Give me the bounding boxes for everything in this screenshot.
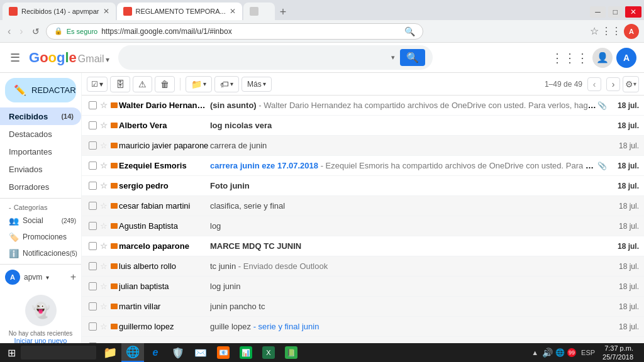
row-star[interactable]: ☆ (98, 282, 109, 291)
table-row[interactable]: ☆ Agustin Baptista log 18 jul. (82, 216, 644, 236)
taskbar-app-chrome[interactable]: 🌐 (121, 343, 144, 362)
row-checkbox[interactable] (87, 182, 98, 190)
search-button[interactable]: 🔍 (400, 49, 425, 66)
win-min-btn[interactable]: ─ (590, 6, 606, 18)
row-checkbox[interactable] (87, 141, 98, 150)
sidebar-item-drafts[interactable]: Borradores (0, 178, 81, 195)
taskbar-app-mail[interactable]: ✉️ (189, 343, 212, 362)
tab-active-close-icon[interactable]: ✕ (230, 7, 236, 16)
table-row[interactable]: ☆ mauricio javier paparone carrera de ju… (82, 136, 644, 156)
tab-active[interactable]: REGLAMENTO TEMPORA... ✕ (117, 3, 242, 20)
search-dropdown-icon[interactable]: ▾ (391, 53, 395, 62)
systray-up-arrow[interactable]: ▲ (530, 349, 540, 356)
user-account-avatar[interactable]: A (616, 48, 636, 68)
taskbar-app-green1[interactable]: 📊 (235, 343, 257, 362)
sidebar-item-promotions[interactable]: 🏷️ Promociones (0, 229, 81, 245)
row-checkbox[interactable] (87, 121, 98, 129)
row-checkbox[interactable] (87, 302, 98, 310)
settings-btn[interactable]: ⚙ ▾ (623, 76, 639, 92)
more-label: Más (247, 80, 262, 89)
systray-clock[interactable]: 7:37 p.m. 25/7/2018 (600, 344, 636, 362)
archive-btn[interactable]: 🗄 (110, 76, 130, 92)
row-star[interactable]: ☆ (98, 121, 109, 130)
table-row[interactable]: ☆ marcelo paparone MARCE MDQ TC JUNIN 18… (82, 236, 644, 256)
sidebar-item-notifications[interactable]: ℹ️ Notificaciones (5) (0, 245, 81, 261)
row-checkbox[interactable] (87, 101, 98, 109)
taskbar-search-input[interactable] (21, 346, 96, 359)
row-star[interactable]: ☆ (98, 101, 109, 110)
reload-btn[interactable]: ↺ (30, 25, 42, 38)
table-row[interactable]: ☆ guillermo lopez guille lopez - serie y… (82, 317, 644, 337)
taskbar-app-green3[interactable]: 📗 (280, 343, 303, 362)
row-star[interactable]: ☆ (98, 161, 109, 170)
sidebar-item-important[interactable]: Importantes (0, 143, 81, 160)
taskbar-app-ie[interactable]: e (144, 343, 167, 362)
address-input-container[interactable]: 🔒 Es seguro https://mail.google.com/mail… (46, 23, 423, 40)
categories-section-header[interactable]: - Categorías (0, 201, 81, 212)
systray-network-icon[interactable]: 🌐 (555, 348, 565, 357)
row-checkbox[interactable] (87, 242, 98, 250)
win-max-btn[interactable]: □ (608, 6, 623, 18)
win-close-btn[interactable]: ✕ (625, 6, 641, 18)
row-checkbox[interactable] (87, 202, 98, 210)
table-row[interactable]: ☆ martin villar junin pancho tc 18 jul. (82, 297, 644, 317)
taskbar-app-orange[interactable]: 📧 (212, 343, 235, 362)
apps-grid-icon[interactable]: ⋮⋮⋮ (551, 50, 589, 65)
row-star[interactable]: ☆ (98, 241, 109, 251)
new-tab-btn[interactable]: + (276, 6, 291, 19)
start-button[interactable]: ⊞ (3, 347, 21, 359)
prev-page-btn[interactable]: ‹ (587, 77, 601, 91)
forward-btn[interactable]: › (17, 25, 25, 38)
table-row[interactable]: ☆ cesar fabian martini clasifica, serie … (82, 196, 644, 216)
user-notification-icon[interactable]: 👤 (592, 48, 613, 68)
row-star[interactable]: ☆ (98, 141, 109, 150)
taskbar-app-shield[interactable]: 🛡️ (167, 343, 189, 362)
row-checkbox[interactable] (87, 162, 98, 170)
taskbar-app-explorer[interactable]: 📁 (99, 343, 121, 362)
chat-add-btn[interactable]: + (70, 272, 76, 283)
table-row[interactable]: ☆ sergio pedro Foto junin 18 jul. (82, 176, 644, 196)
folder-btn[interactable]: 📁 ▾ (186, 76, 212, 92)
row-checkbox[interactable] (87, 262, 98, 270)
grid-icon[interactable]: ⋮⋮ (601, 25, 621, 37)
table-row[interactable]: ☆ Christian Bora log tc junin christian … (82, 337, 644, 343)
table-row[interactable]: ☆ luis alberto rollo tc junin - Enviado … (82, 256, 644, 277)
row-star[interactable]: ☆ (98, 221, 109, 231)
delete-btn[interactable]: 🗑 (155, 76, 175, 92)
row-checkbox[interactable] (87, 322, 98, 331)
table-row[interactable]: ☆ julian baptista log junin 18 jul. (82, 277, 644, 297)
row-star[interactable]: ☆ (98, 181, 109, 190)
table-row[interactable]: ☆ Walter Dario Hernandez (sin asunto) - … (82, 96, 644, 116)
taskbar-app-green2[interactable]: X (257, 343, 280, 362)
header-search-box[interactable]: ▾ 🔍 (118, 45, 433, 70)
select-all-dropdown[interactable]: ☑ ▾ (87, 77, 108, 92)
row-star[interactable]: ☆ (98, 201, 109, 211)
more-btn[interactable]: Más ▾ (242, 77, 272, 92)
start-chat-link[interactable]: Iniciar uno nuevo (14, 337, 67, 343)
hamburger-btn[interactable]: ☰ (8, 48, 23, 67)
tab[interactable]: Recibidos (14) - apvmpar ✕ (3, 3, 116, 20)
search-input[interactable] (126, 53, 386, 63)
tab-empty[interactable] (243, 3, 275, 20)
table-row[interactable]: ☆ Ezequiel Esmoris carrera junin eze 17.… (82, 156, 644, 176)
row-star[interactable]: ☆ (98, 261, 109, 271)
row-star[interactable]: ☆ (98, 302, 109, 311)
star-icon[interactable]: ☆ (590, 25, 599, 37)
spam-btn[interactable]: ⚠ (133, 76, 152, 92)
table-row[interactable]: ☆ Alberto Vera log nicolas vera 18 jul. (82, 116, 644, 136)
sidebar-item-sent[interactable]: Enviados (0, 160, 81, 178)
sidebar-item-social[interactable]: 👥 Social (249) (0, 212, 81, 229)
tag-btn[interactable]: 🏷 ▾ (214, 76, 239, 92)
row-checkbox[interactable] (87, 222, 98, 230)
compose-button[interactable]: ✏️ REDACTAR (5, 78, 76, 102)
next-page-btn[interactable]: › (606, 77, 620, 91)
sidebar-item-starred[interactable]: Destacados (0, 125, 81, 143)
systray-volume-icon[interactable]: 🔊 (542, 348, 553, 358)
back-btn[interactable]: ‹ (5, 25, 13, 38)
sidebar-item-inbox[interactable]: Recibidos (14) (0, 107, 81, 125)
user-avatar[interactable]: A (624, 24, 639, 39)
tab-close-icon[interactable]: ✕ (103, 7, 109, 16)
row-checkbox[interactable] (87, 282, 98, 290)
systray-lang[interactable]: ESP (579, 349, 597, 356)
row-star[interactable]: ☆ (98, 322, 109, 331)
